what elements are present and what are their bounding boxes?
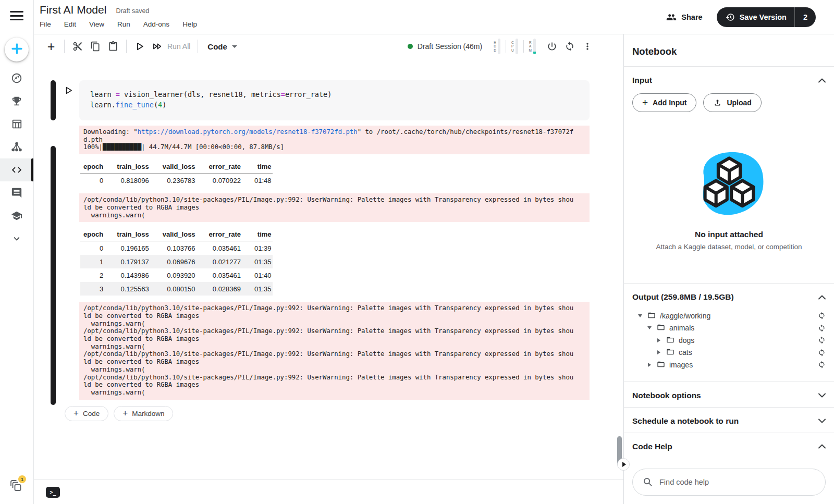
tree-item-images[interactable]: images xyxy=(632,359,826,371)
code-help-search[interactable] xyxy=(632,469,826,496)
table-cell: 01:35 xyxy=(242,255,273,268)
warning-line: warnings.warn( xyxy=(83,366,585,374)
notebook-title[interactable]: First AI Model xyxy=(40,4,106,16)
schedule-section-header[interactable]: Schedule a notebook to run xyxy=(632,408,826,433)
code-cell: learn = vision_learner(dls, resnet18, me… xyxy=(51,80,590,400)
tree-item-kaggleworking[interactable]: /kaggle/working xyxy=(632,310,826,322)
input-section-header[interactable]: Input xyxy=(632,67,826,92)
schedule-section: Schedule a notebook to run xyxy=(624,407,834,433)
cut-cell-button[interactable] xyxy=(69,38,87,55)
share-button[interactable]: Share xyxy=(666,12,702,22)
notebook-options-header[interactable]: Notebook options xyxy=(632,382,826,407)
version-count[interactable]: 2 xyxy=(795,13,816,21)
menu-file[interactable]: File xyxy=(40,20,51,28)
plus-icon xyxy=(11,43,23,57)
add-markdown-cell-button[interactable]: + Markdown xyxy=(114,406,173,421)
run-all-label[interactable]: Run All xyxy=(167,42,190,51)
power-button[interactable] xyxy=(543,38,561,55)
table-cell: 0.236783 xyxy=(150,174,197,188)
refresh-icon[interactable] xyxy=(818,324,826,332)
add-cell-button[interactable]: + xyxy=(42,38,60,55)
menu-addons[interactable]: Add-ons xyxy=(143,20,169,28)
code-help-search-input[interactable] xyxy=(659,478,815,486)
column-header: time xyxy=(242,159,273,174)
menu-view[interactable]: View xyxy=(89,20,104,28)
table-cell: 0.125563 xyxy=(104,282,150,296)
code-help-header[interactable]: Code Help xyxy=(632,433,826,458)
code-brackets-icon xyxy=(11,164,22,176)
caret-right-icon[interactable] xyxy=(646,363,653,367)
paste-cell-button[interactable] xyxy=(104,38,122,55)
column-header: error_rate xyxy=(197,227,242,241)
hamburger-menu-icon[interactable] xyxy=(10,11,23,20)
tree-label: /kaggle/working xyxy=(660,312,710,320)
cubes-illustration xyxy=(690,145,768,224)
output-section-header[interactable]: Output (259.8MB / 19.5GB) xyxy=(632,284,826,309)
table-cell: 0.035461 xyxy=(197,268,242,282)
collapse-panel-button[interactable] xyxy=(617,458,630,471)
tree-item-cats[interactable]: cats xyxy=(632,347,826,359)
caret-down-icon[interactable] xyxy=(636,314,644,317)
caret-right-icon[interactable] xyxy=(655,338,663,342)
run-all-button[interactable] xyxy=(149,38,166,55)
code-line: learn.fine_tune(4) xyxy=(90,100,579,110)
refresh-icon[interactable] xyxy=(818,312,826,319)
meter-bar xyxy=(533,39,536,54)
warning-line: ld be converted to RGBA images xyxy=(83,312,585,320)
folder-icon xyxy=(644,310,660,322)
table-row: 30.1255630.0801500.02836901:35 xyxy=(80,282,273,296)
chevron-down-icon xyxy=(818,393,826,398)
more-options-button[interactable] xyxy=(579,38,596,55)
refresh-icon[interactable] xyxy=(818,349,826,357)
caret-right-icon[interactable] xyxy=(655,350,663,354)
download-url-link[interactable]: https://download.pytorch.org/models/resn… xyxy=(138,128,358,136)
cell-type-selector[interactable]: Code xyxy=(207,42,237,51)
output-focus-bar[interactable] xyxy=(51,146,56,405)
table-cell: 0.196165 xyxy=(104,241,150,255)
sidebar-item-home[interactable] xyxy=(0,67,33,90)
app-header: First AI Model Draft saved FileEditViewR… xyxy=(34,0,834,34)
output-tree: /kaggle/workinganimalsdogscatsimages xyxy=(632,309,826,382)
save-version-button[interactable]: Save Version 2 xyxy=(717,7,816,27)
menu-edit[interactable]: Edit xyxy=(64,20,76,28)
run-cell-button[interactable] xyxy=(131,38,149,55)
code-editor[interactable]: learn = vision_learner(dls, resnet18, me… xyxy=(79,80,590,120)
run-this-cell-button[interactable] xyxy=(62,83,75,97)
refresh-icon[interactable] xyxy=(818,336,826,344)
sidebar-item-learn[interactable] xyxy=(0,204,33,227)
caret-down-icon[interactable] xyxy=(646,326,653,329)
table-header: epochtrain_lossvalid_losserror_ratetime xyxy=(80,227,273,241)
sidebar-item-models[interactable] xyxy=(0,136,33,158)
sidebar-item-code[interactable] xyxy=(0,158,33,181)
tree-item-dogs[interactable]: dogs xyxy=(632,334,826,347)
tree-item-animals[interactable]: animals xyxy=(632,322,826,335)
create-button[interactable] xyxy=(5,38,29,62)
menu-run[interactable]: Run xyxy=(117,20,130,28)
table-cell: 0.069676 xyxy=(150,255,197,268)
menu-bar: FileEditViewRunAdd-onsHelp xyxy=(40,20,197,28)
column-header: valid_loss xyxy=(150,159,197,174)
session-status[interactable]: Draft Session (46m) xyxy=(408,42,482,51)
sync-icon xyxy=(565,41,575,52)
meter-label: HDD xyxy=(494,41,496,53)
restart-session-button[interactable] xyxy=(561,38,579,55)
active-events-button[interactable]: 1 xyxy=(10,479,23,495)
menu-help[interactable]: Help xyxy=(182,20,197,28)
trophy-icon xyxy=(11,95,22,107)
sidebar-item-more[interactable] xyxy=(0,227,33,250)
table-cell: 0 xyxy=(80,174,104,188)
meter-label: CPU xyxy=(511,41,514,53)
sidebar-item-datasets[interactable] xyxy=(0,113,33,136)
folder-icon xyxy=(653,359,669,371)
refresh-icon[interactable] xyxy=(818,361,826,368)
sidebar-item-competitions[interactable] xyxy=(0,90,33,113)
column-header: epoch xyxy=(80,227,104,241)
clipboard-icon xyxy=(108,41,118,52)
cell-focus-bar[interactable] xyxy=(51,80,56,120)
copy-cell-button[interactable] xyxy=(87,38,104,55)
add-code-cell-button[interactable]: + Code xyxy=(65,406,108,421)
add-input-button[interactable]: + Add Input xyxy=(632,93,696,112)
sidebar-item-discussions[interactable] xyxy=(0,181,33,204)
console-icon[interactable]: >_ xyxy=(46,487,60,498)
upload-button[interactable]: Upload xyxy=(703,93,761,112)
